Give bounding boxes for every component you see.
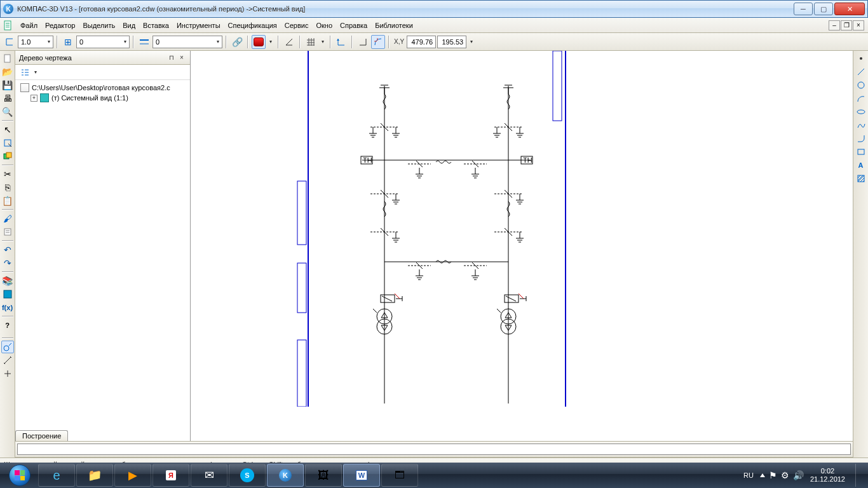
show-desktop-button[interactable] — [855, 464, 862, 487]
r-circle-icon[interactable] — [855, 79, 867, 92]
r-hatch-icon[interactable] — [855, 172, 867, 185]
tree-close-icon[interactable]: × — [177, 53, 186, 62]
menu-insert[interactable]: Вставка — [139, 20, 173, 31]
menu-file[interactable]: Файл — [17, 20, 41, 31]
redo-icon[interactable]: ↷ — [1, 257, 14, 269]
vars-icon[interactable]: f(x) — [1, 301, 14, 314]
task-explorer[interactable]: 📁 — [76, 464, 113, 487]
open-icon[interactable]: 📂 — [1, 65, 14, 78]
grid-dropdown[interactable]: ▾ — [319, 39, 327, 44]
r-ellipse-icon[interactable] — [855, 105, 867, 118]
tray-volume-icon[interactable]: 🔊 — [793, 471, 804, 480]
tree-view-node[interactable]: + (т) Системный вид (1:1) — [17, 93, 189, 103]
task-wmp[interactable]: ▶ — [114, 464, 151, 487]
print-icon[interactable]: 🖶 — [1, 92, 14, 105]
props-icon[interactable] — [1, 226, 14, 238]
step-icon[interactable]: ⊞ — [61, 35, 75, 49]
menu-service[interactable]: Сервис — [281, 20, 313, 31]
svg-rect-6 — [4, 55, 10, 62]
select-doc-icon[interactable] — [1, 137, 14, 149]
task-ie[interactable]: e — [38, 464, 75, 487]
undo-icon[interactable]: ↶ — [1, 243, 14, 256]
edit-panel-icon[interactable] — [1, 367, 14, 380]
right-toolbar: A — [853, 51, 868, 458]
round-icon[interactable] — [371, 35, 385, 49]
magnet-icon[interactable] — [252, 35, 266, 49]
menu-spec[interactable]: Спецификация — [224, 20, 281, 31]
task-word[interactable]: W — [343, 464, 380, 487]
copy-icon[interactable]: ⎘ — [1, 181, 14, 194]
arrow-icon[interactable]: ↖ — [1, 123, 14, 136]
ortho-icon[interactable] — [3, 35, 17, 49]
menu-tools[interactable]: Инструменты — [173, 20, 224, 31]
task-yandex[interactable]: Я — [153, 464, 189, 487]
tree-root-node[interactable]: C:\Users\User\Desktop\готовая курсовая2.… — [17, 83, 189, 93]
dim-panel-icon[interactable] — [1, 354, 14, 367]
help-icon[interactable]: ? — [1, 319, 14, 332]
mdi-minimize-button[interactable]: – — [829, 20, 840, 30]
lcs-icon[interactable] — [334, 35, 348, 49]
save-icon[interactable]: 💾 — [1, 79, 14, 92]
menu-editor[interactable]: Редактор — [41, 20, 79, 31]
tray-network-icon[interactable]: ⚙ — [781, 471, 789, 480]
task-other[interactable]: 🗔 — [381, 464, 418, 487]
layers-icon[interactable] — [1, 150, 14, 163]
mdi-restore-button[interactable]: ❐ — [841, 20, 852, 30]
language-indicator[interactable]: RU — [743, 471, 754, 479]
tab-construction[interactable]: Построение — [15, 430, 68, 441]
tree-mode-dropdown[interactable]: ▾ — [32, 69, 39, 75]
link-icon[interactable]: 🔗 — [230, 35, 244, 49]
task-skype[interactable]: S — [229, 464, 266, 487]
scale-input[interactable]: 1.0▾ — [18, 36, 53, 48]
manager-icon[interactable] — [1, 288, 14, 301]
menu-view[interactable]: Вид — [119, 20, 139, 31]
command-input[interactable] — [17, 444, 851, 455]
r-spline-icon[interactable] — [855, 119, 867, 132]
tree-view[interactable]: C:\Users\User\Desktop\готовая курсовая2.… — [15, 80, 190, 447]
command-bar — [15, 441, 853, 458]
magnet-dropdown[interactable]: ▾ — [267, 39, 275, 44]
coord-y-field[interactable]: 195.53 — [437, 36, 466, 48]
pin-icon[interactable]: ⊓ — [167, 53, 176, 62]
tray-clock[interactable]: 0:02 21.12.2012 — [810, 467, 845, 483]
tray-overflow-icon[interactable] — [760, 473, 765, 477]
svg-rect-3 — [6, 27, 10, 27]
minimize-button[interactable]: ─ — [794, 3, 813, 15]
grid-icon[interactable] — [304, 35, 318, 49]
coord-x-field[interactable]: 479.76 — [407, 36, 436, 48]
line-style-icon[interactable] — [137, 35, 151, 49]
angle-snap-icon[interactable] — [282, 35, 296, 49]
preview-icon[interactable]: 🔍 — [1, 105, 14, 118]
coord-dropdown[interactable]: ▾ — [468, 39, 475, 44]
format-icon[interactable]: 🖌 — [1, 212, 14, 225]
r-arc-icon[interactable] — [855, 92, 867, 105]
drawing-canvas[interactable]: TH TH — [191, 51, 853, 458]
mdi-close-button[interactable]: × — [853, 20, 864, 30]
geom-panel-icon[interactable] — [1, 341, 14, 353]
task-mail[interactable]: ✉ — [191, 464, 227, 487]
library-icon[interactable]: 📚 — [1, 274, 14, 287]
task-kompas[interactable]: K — [267, 464, 304, 487]
start-button[interactable] — [3, 464, 37, 487]
menu-select[interactable]: Выделить — [79, 20, 119, 31]
ortho-mode-icon[interactable] — [356, 35, 370, 49]
menu-window[interactable]: Окно — [312, 20, 336, 31]
step-input[interactable]: 0▾ — [76, 36, 130, 48]
r-line-icon[interactable] — [855, 65, 867, 78]
r-point-icon[interactable] — [855, 52, 867, 65]
tray-flag-icon[interactable]: ⚑ — [769, 471, 777, 480]
expand-icon[interactable]: + — [31, 95, 37, 102]
task-photos[interactable]: 🖼 — [305, 464, 342, 487]
close-button[interactable]: ✕ — [834, 3, 865, 15]
paste-icon[interactable]: 📋 — [1, 194, 14, 207]
r-text-icon[interactable]: A — [855, 159, 867, 172]
tree-mode-icon[interactable] — [18, 65, 32, 79]
maximize-button[interactable]: ▢ — [814, 3, 833, 15]
cut-icon[interactable]: ✂ — [1, 168, 14, 180]
menu-help[interactable]: Справка — [336, 20, 371, 31]
r-fillet-icon[interactable] — [855, 132, 867, 145]
r-rect-icon[interactable] — [855, 146, 867, 158]
menu-libraries[interactable]: Библиотеки — [371, 20, 417, 31]
new-icon[interactable] — [1, 52, 14, 65]
style-input[interactable]: 0▾ — [153, 36, 222, 48]
